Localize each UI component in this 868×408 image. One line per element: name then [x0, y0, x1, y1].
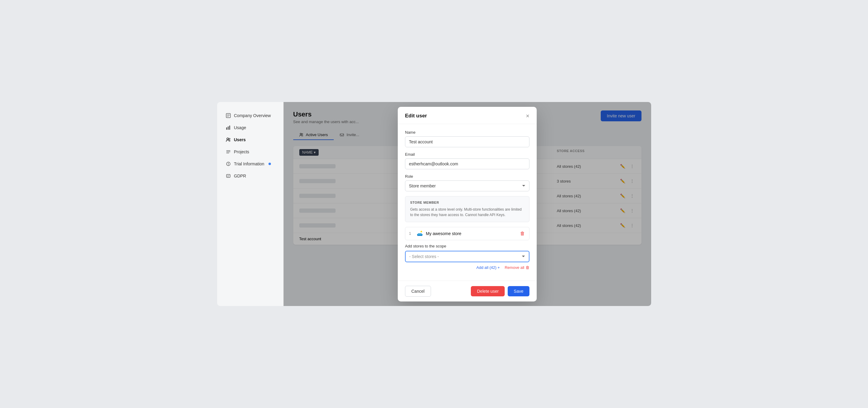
store-delete-button-1[interactable]: 🗑: [520, 230, 526, 237]
modal-footer: Cancel Delete user Save: [398, 281, 537, 302]
sidebar-item-projects[interactable]: Projects: [220, 146, 281, 158]
users-icon: [226, 137, 231, 142]
role-label: Role: [405, 174, 529, 179]
role-select[interactable]: Store member Admin Manager: [405, 180, 529, 191]
svg-point-5: [229, 138, 230, 139]
role-info-description: Gets access at a store level only. Multi…: [410, 207, 524, 217]
sidebar-item-users[interactable]: Users: [220, 134, 281, 145]
store-number-1: 1: [409, 231, 414, 236]
role-form-group: Role Store member Admin Manager: [405, 174, 529, 191]
sidebar-item-usage[interactable]: Usage: [220, 122, 281, 133]
modal-body: Name Email Role Store member Admin: [398, 124, 537, 281]
stores-select[interactable]: - Select stores -: [405, 251, 529, 262]
email-form-group: Email: [405, 152, 529, 169]
role-info-title: STORE MEMBER: [410, 201, 524, 204]
modal-header: Edit user ×: [398, 107, 537, 124]
cancel-button[interactable]: Cancel: [405, 286, 431, 297]
delete-user-button[interactable]: Delete user: [471, 286, 505, 296]
trial-info-badge: [269, 163, 271, 165]
role-info-box: STORE MEMBER Gets access at a store leve…: [405, 196, 529, 222]
main-content: Invite new user Users See and manage the…: [284, 102, 651, 306]
sidebar-item-gdpr[interactable]: GDPR: [220, 170, 281, 182]
gdpr-icon: [226, 173, 231, 179]
sidebar-item-trial-information-label: Trial Information: [234, 162, 265, 166]
app-container: Company Overview Usage Users Projects Tr…: [217, 102, 651, 306]
svg-rect-1: [226, 127, 227, 130]
stores-actions: Add all (42) + Remove all 🗑: [405, 265, 529, 270]
name-form-group: Name: [405, 130, 529, 147]
stores-select-wrapper: - Select stores -: [405, 251, 529, 262]
add-stores-label: Add stores to the scope: [405, 244, 529, 248]
svg-rect-3: [229, 126, 230, 130]
modal-overlay: Edit user × Name Email: [284, 102, 651, 306]
company-overview-icon: [226, 113, 231, 118]
sidebar-item-usage-label: Usage: [234, 125, 246, 130]
store-name-1: My awesome store: [426, 231, 517, 236]
email-label: Email: [405, 152, 529, 157]
sidebar-item-users-label: Users: [234, 137, 246, 142]
store-icon-1: 🛋️: [417, 231, 423, 236]
store-item-1: 1 🛋️ My awesome store 🗑: [405, 227, 529, 240]
remove-all-icon: 🗑: [526, 265, 529, 270]
projects-icon: [226, 149, 231, 155]
sidebar-item-gdpr-label: GDPR: [234, 173, 246, 178]
email-input[interactable]: [405, 159, 529, 169]
add-all-link[interactable]: Add all (42) +: [476, 265, 500, 270]
sidebar-item-company-overview-label: Company Overview: [234, 113, 271, 118]
edit-user-modal: Edit user × Name Email: [398, 107, 537, 302]
svg-point-4: [227, 138, 229, 140]
modal-title: Edit user: [405, 113, 427, 119]
svg-rect-7: [226, 174, 230, 177]
sidebar-item-projects-label: Projects: [234, 149, 249, 154]
sidebar-item-trial-information[interactable]: Trial Information: [220, 158, 281, 170]
sidebar: Company Overview Usage Users Projects Tr…: [217, 102, 284, 306]
remove-all-link[interactable]: Remove all 🗑: [505, 265, 529, 270]
trial-information-icon: [226, 161, 231, 167]
name-input[interactable]: [405, 136, 529, 147]
svg-rect-2: [228, 127, 229, 130]
sidebar-item-company-overview[interactable]: Company Overview: [220, 110, 281, 121]
usage-icon: [226, 125, 231, 130]
modal-close-button[interactable]: ×: [526, 113, 529, 119]
name-label: Name: [405, 130, 529, 135]
footer-right: Delete user Save: [471, 286, 529, 296]
save-button[interactable]: Save: [508, 286, 529, 296]
